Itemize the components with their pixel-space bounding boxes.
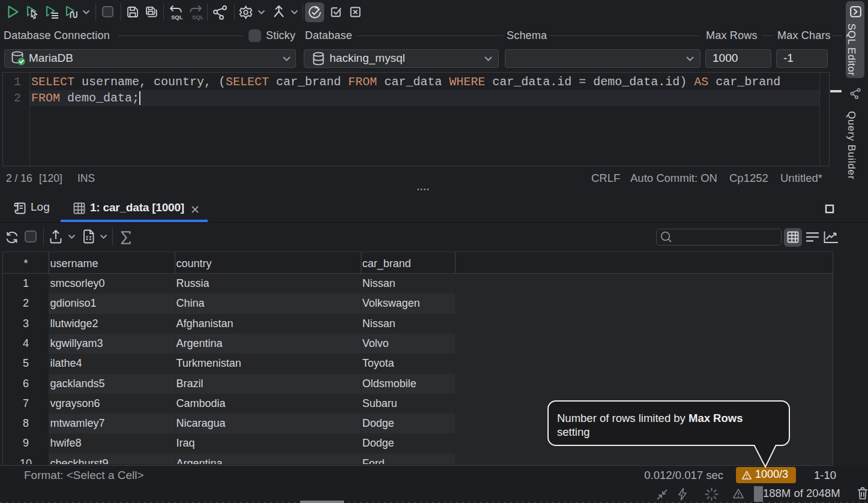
svg-text:SQL: SQL (192, 14, 203, 20)
svg-text:SQL: SQL (171, 14, 183, 20)
